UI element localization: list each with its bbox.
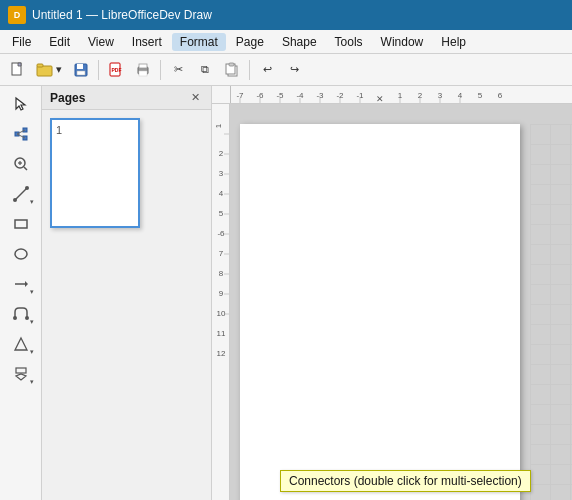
- redo-button[interactable]: ↪: [281, 58, 307, 82]
- svg-text:11: 11: [217, 329, 226, 338]
- menu-item-tools[interactable]: Tools: [327, 33, 371, 51]
- menu-item-format[interactable]: Format: [172, 33, 226, 51]
- svg-line-20: [24, 167, 27, 170]
- svg-text:5: 5: [478, 91, 483, 100]
- svg-text:-6: -6: [217, 229, 225, 238]
- toolbar-separator-2: [160, 60, 161, 80]
- svg-text:4: 4: [219, 189, 224, 198]
- arrow-tool-button[interactable]: ▾: [5, 270, 37, 298]
- menu-item-window[interactable]: Window: [373, 33, 432, 51]
- svg-rect-33: [16, 368, 26, 373]
- page-surface: [240, 124, 520, 500]
- new-button[interactable]: [4, 58, 30, 82]
- svg-point-25: [25, 186, 29, 190]
- basic-shapes-button[interactable]: ▾: [5, 330, 37, 358]
- tooltip: Connectors (double click for multi-selec…: [280, 470, 531, 492]
- svg-rect-4: [77, 64, 83, 69]
- save-button[interactable]: [68, 58, 94, 82]
- svg-text:2: 2: [219, 149, 224, 158]
- flowchart-button[interactable]: ▾: [5, 360, 37, 388]
- drawing-canvas[interactable]: Connectors (double click for multi-selec…: [230, 104, 572, 500]
- svg-text:✕: ✕: [376, 94, 384, 104]
- svg-text:-5: -5: [276, 91, 284, 100]
- menu-item-file[interactable]: File: [4, 33, 39, 51]
- svg-line-23: [15, 188, 27, 200]
- svg-text:7: 7: [219, 249, 224, 258]
- svg-text:5: 5: [219, 209, 224, 218]
- svg-point-24: [13, 198, 17, 202]
- pages-panel-close-button[interactable]: ✕: [187, 90, 203, 106]
- pages-content: 1: [42, 110, 211, 500]
- menu-item-shape[interactable]: Shape: [274, 33, 325, 51]
- svg-text:9: 9: [219, 289, 224, 298]
- pages-panel-title: Pages: [50, 91, 85, 105]
- menu-item-view[interactable]: View: [80, 33, 122, 51]
- connector-tool-button[interactable]: ▾: [5, 300, 37, 328]
- svg-text:-2: -2: [336, 91, 344, 100]
- menu-item-insert[interactable]: Insert: [124, 33, 170, 51]
- svg-marker-32: [15, 338, 27, 350]
- svg-text:-4: -4: [296, 91, 304, 100]
- svg-point-30: [13, 316, 17, 320]
- toolbar-separator-3: [249, 60, 250, 80]
- svg-text:-1: -1: [356, 91, 364, 100]
- export-pdf-button[interactable]: PDF: [103, 58, 129, 82]
- top-ruler: -7 -6 -5 -4 -3 -2 -1 ✕ 1 2 3 4 5 6: [212, 86, 572, 104]
- menu-bar: FileEditViewInsertFormatPageShapeToolsWi…: [0, 30, 572, 54]
- toolbar: ▾ PDF ✂ ⧉ ↩ ↪: [0, 54, 572, 86]
- svg-text:-3: -3: [316, 91, 324, 100]
- svg-text:4: 4: [458, 91, 463, 100]
- svg-text:-7: -7: [236, 91, 244, 100]
- line-tool-button[interactable]: ▾: [5, 180, 37, 208]
- page-thumbnail[interactable]: 1: [50, 118, 140, 228]
- main-area: ▾ ▾ ▾ ▾ ▾ Pages ✕: [0, 86, 572, 500]
- svg-rect-2: [37, 64, 43, 67]
- menu-item-edit[interactable]: Edit: [41, 33, 78, 51]
- print-button[interactable]: [130, 58, 156, 82]
- canvas-wrap: 1 2 3 4 5 -6 7 8 9 10 11 12: [212, 104, 572, 500]
- svg-text:6: 6: [498, 91, 503, 100]
- left-toolbar: ▾ ▾ ▾ ▾ ▾: [0, 86, 42, 500]
- svg-point-27: [15, 249, 27, 259]
- pages-panel: Pages ✕ 1: [42, 86, 212, 500]
- toolbar-separator-1: [98, 60, 99, 80]
- svg-rect-26: [15, 220, 27, 228]
- rectangle-tool-button[interactable]: [5, 210, 37, 238]
- pages-panel-header: Pages ✕: [42, 86, 211, 110]
- canvas-area: -7 -6 -5 -4 -3 -2 -1 ✕ 1 2 3 4 5 6: [212, 86, 572, 500]
- menu-item-help[interactable]: Help: [433, 33, 474, 51]
- svg-text:10: 10: [217, 309, 226, 318]
- svg-rect-5: [77, 71, 85, 75]
- title-bar: D Untitled 1 — LibreOfficeDev Draw: [0, 0, 572, 30]
- window-title: Untitled 1 — LibreOfficeDev Draw: [32, 8, 212, 22]
- cut-button[interactable]: ✂: [165, 58, 191, 82]
- svg-point-31: [25, 316, 29, 320]
- svg-text:2: 2: [418, 91, 423, 100]
- open-button[interactable]: ▾: [31, 58, 67, 82]
- app-icon: D: [8, 6, 26, 24]
- svg-rect-10: [139, 71, 147, 76]
- svg-text:1: 1: [214, 123, 223, 128]
- svg-text:-6: -6: [256, 91, 264, 100]
- svg-text:12: 12: [217, 349, 226, 358]
- menu-item-page[interactable]: Page: [228, 33, 272, 51]
- copy-button[interactable]: ⧉: [192, 58, 218, 82]
- ellipse-tool-button[interactable]: [5, 240, 37, 268]
- svg-text:8: 8: [219, 269, 224, 278]
- svg-text:1: 1: [398, 91, 403, 100]
- page-number: 1: [56, 124, 62, 136]
- svg-text:PDF: PDF: [112, 67, 122, 73]
- grid-overlay: [530, 124, 572, 500]
- zoom-button[interactable]: [5, 150, 37, 178]
- svg-marker-34: [16, 374, 26, 380]
- select-tool-button[interactable]: [5, 90, 37, 118]
- paste-button[interactable]: [219, 58, 245, 82]
- top-ruler-svg: -7 -6 -5 -4 -3 -2 -1 ✕ 1 2 3 4 5 6: [230, 86, 572, 104]
- svg-rect-13: [229, 63, 234, 66]
- left-ruler-svg: 1 2 3 4 5 -6 7 8 9 10 11 12: [212, 104, 230, 500]
- svg-rect-9: [139, 64, 147, 68]
- undo-button[interactable]: ↩: [254, 58, 280, 82]
- svg-text:3: 3: [438, 91, 443, 100]
- edit-points-button[interactable]: [5, 120, 37, 148]
- left-ruler: 1 2 3 4 5 -6 7 8 9 10 11 12: [212, 104, 230, 500]
